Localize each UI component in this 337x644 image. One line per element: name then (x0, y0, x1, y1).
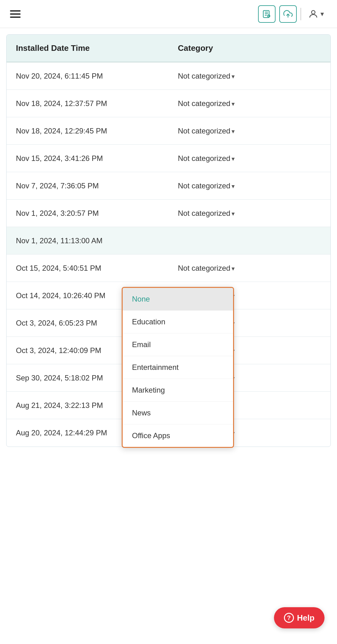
table-row: Nov 20, 2024, 6:11:45 PMNot categorized▾ (7, 62, 330, 90)
category-cell[interactable]: Not categorized▾ (168, 175, 330, 196)
cloud-upload-button[interactable] (279, 5, 297, 23)
category-dropdown-arrow[interactable]: ▾ (232, 100, 235, 107)
col-header-date: Installed Date Time (7, 35, 168, 62)
category-value: Not categorized (178, 182, 230, 190)
svg-point-3 (311, 10, 315, 14)
col-header-category: Category (168, 35, 330, 62)
category-dropdown-arrow[interactable]: ▾ (232, 73, 235, 80)
category-dropdown: NoneEducationEmailEntertainmentMarketing… (122, 287, 234, 448)
app-header: ▾ (0, 0, 337, 28)
category-value: Not categorized (178, 72, 230, 80)
dropdown-item[interactable]: Email (123, 333, 233, 356)
help-button[interactable]: ? Help (274, 607, 325, 628)
category-value: Not categorized (178, 154, 230, 162)
date-cell: Nov 18, 2024, 12:37:57 PM (7, 93, 168, 114)
date-cell: Nov 1, 2024, 11:13:00 AM (7, 230, 168, 251)
table-row: Oct 15, 2024, 5:40:51 PMNot categorized▾ (7, 254, 330, 282)
table-row: Nov 18, 2024, 12:37:57 PMNot categorized… (7, 90, 330, 117)
category-dropdown-arrow[interactable]: ▾ (232, 128, 235, 135)
date-cell: Nov 7, 2024, 7:36:05 PM (7, 175, 168, 196)
category-value: Not categorized (178, 99, 230, 108)
date-cell: Nov 18, 2024, 12:29:45 PM (7, 120, 168, 142)
category-dropdown-arrow[interactable]: ▾ (232, 155, 235, 162)
help-icon: ? (284, 613, 294, 623)
table-row: Nov 7, 2024, 7:36:05 PMNot categorized▾ (7, 172, 330, 200)
category-cell[interactable]: Not categorized▾ (168, 93, 330, 114)
category-dropdown-arrow[interactable]: ▾ (232, 265, 235, 272)
category-cell[interactable]: Not categorized▾ (168, 148, 330, 169)
header-divider (300, 8, 301, 20)
date-cell: Nov 15, 2024, 3:41:26 PM (7, 148, 168, 169)
dropdown-item[interactable]: Education (123, 311, 233, 333)
category-cell[interactable]: Not categorized▾ (168, 120, 330, 142)
dropdown-item[interactable]: News (123, 402, 233, 424)
hamburger-menu-button[interactable] (10, 10, 21, 18)
category-cell (168, 235, 330, 247)
book-settings-button[interactable] (258, 5, 276, 23)
category-cell[interactable]: Not categorized▾ (168, 65, 330, 87)
category-value: Not categorized (178, 264, 230, 272)
date-cell: Nov 20, 2024, 6:11:45 PM (7, 65, 168, 87)
svg-rect-0 (263, 10, 269, 17)
date-cell: Nov 1, 2024, 3:20:57 PM (7, 203, 168, 224)
header-right-actions: ▾ (258, 5, 327, 23)
category-cell[interactable]: Not categorized▾ (168, 203, 330, 224)
table-row: Nov 1, 2024, 11:13:00 AM (7, 227, 330, 254)
table-header-row: Installed Date Time Category (7, 35, 330, 62)
table-row: Nov 1, 2024, 3:20:57 PMNot categorized▾ (7, 200, 330, 227)
help-label: Help (297, 613, 315, 623)
user-dropdown-arrow: ▾ (320, 10, 324, 18)
dropdown-item[interactable]: Office Apps (123, 424, 233, 447)
category-cell[interactable]: Not categorized▾ (168, 258, 330, 279)
category-value: Not categorized (178, 127, 230, 135)
dropdown-item[interactable]: None (123, 288, 233, 311)
date-cell: Oct 15, 2024, 5:40:51 PM (7, 258, 168, 279)
category-dropdown-arrow[interactable]: ▾ (232, 183, 235, 190)
category-dropdown-arrow[interactable]: ▾ (232, 210, 235, 217)
table-row: Nov 18, 2024, 12:29:45 PMNot categorized… (7, 117, 330, 145)
user-account-button[interactable]: ▾ (305, 7, 327, 21)
dropdown-item[interactable]: Entertainment (123, 356, 233, 379)
dropdown-item[interactable]: Marketing (123, 379, 233, 402)
category-value: Not categorized (178, 209, 230, 217)
table-row: Nov 15, 2024, 3:41:26 PMNot categorized▾ (7, 145, 330, 172)
